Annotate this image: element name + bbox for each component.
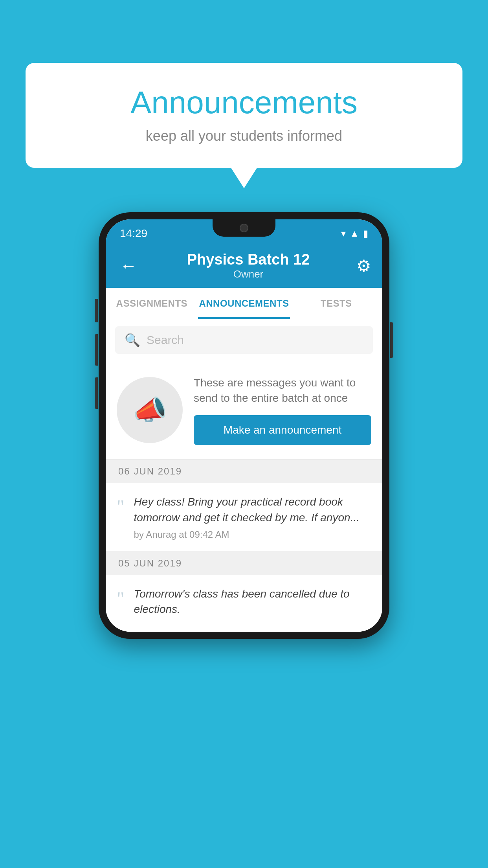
search-container: 🔍 Search xyxy=(106,319,382,361)
bubble-subtitle: keep all your students informed xyxy=(49,128,439,144)
bubble-title: Announcements xyxy=(49,85,439,121)
back-button[interactable]: ← xyxy=(117,253,140,279)
promo-right: These are messages you want to send to t… xyxy=(194,375,371,445)
phone-screen: 14:29 ▾ ▲ ▮ ← Physics Batch 12 Owner ⚙ xyxy=(106,219,382,632)
search-icon: 🔍 xyxy=(125,333,140,348)
side-button-left-2 xyxy=(95,334,98,366)
tab-announcements[interactable]: ANNOUNCEMENTS xyxy=(198,288,290,319)
quote-icon-1: " xyxy=(117,497,125,516)
make-announcement-button[interactable]: Make an announcement xyxy=(194,415,371,445)
megaphone-circle: 📣 xyxy=(117,377,183,443)
date-separator-2: 05 JUN 2019 xyxy=(106,552,382,575)
settings-icon[interactable]: ⚙ xyxy=(356,256,371,276)
battery-icon: ▮ xyxy=(363,228,368,239)
side-button-left-3 xyxy=(95,377,98,409)
phone-mockup: 14:29 ▾ ▲ ▮ ← Physics Batch 12 Owner ⚙ xyxy=(99,212,389,639)
promo-area: 📣 These are messages you want to send to… xyxy=(106,361,382,460)
announcement-item-1: " Hey class! Bring your practical record… xyxy=(106,483,382,551)
announcement-item-2: " Tomorrow's class has been cancelled du… xyxy=(106,575,382,632)
announcement-text-2: Tomorrow's class has been cancelled due … xyxy=(134,586,371,617)
app-bar-title: Physics Batch 12 Owner xyxy=(140,251,356,280)
announcement-text-1: Hey class! Bring your practical record b… xyxy=(134,494,371,525)
phone-notch xyxy=(213,219,275,237)
app-bar: ← Physics Batch 12 Owner ⚙ xyxy=(106,244,382,288)
side-button-right xyxy=(390,322,393,358)
announcement-meta-1: by Anurag at 09:42 AM xyxy=(134,529,371,540)
status-time: 14:29 xyxy=(120,227,147,240)
batch-role: Owner xyxy=(140,268,356,280)
tab-assignments[interactable]: ASSIGNMENTS xyxy=(106,288,198,319)
batch-name: Physics Batch 12 xyxy=(140,251,356,268)
announcement-content-1: Hey class! Bring your practical record b… xyxy=(134,494,371,540)
signal-icon: ▲ xyxy=(350,228,359,239)
date-separator-1: 06 JUN 2019 xyxy=(106,460,382,483)
speech-bubble: Announcements keep all your students inf… xyxy=(26,63,462,168)
megaphone-icon: 📣 xyxy=(133,394,167,426)
search-placeholder: Search xyxy=(147,333,184,347)
status-icons: ▾ ▲ ▮ xyxy=(341,228,368,239)
tabs-container: ASSIGNMENTS ANNOUNCEMENTS TESTS xyxy=(106,288,382,319)
speech-bubble-section: Announcements keep all your students inf… xyxy=(26,63,462,168)
search-bar[interactable]: 🔍 Search xyxy=(115,326,373,354)
quote-icon-2: " xyxy=(117,589,125,608)
side-button-left-1 xyxy=(95,299,98,322)
promo-description: These are messages you want to send to t… xyxy=(194,375,371,406)
announcement-content-2: Tomorrow's class has been cancelled due … xyxy=(134,586,371,621)
phone-camera xyxy=(240,224,248,232)
wifi-icon: ▾ xyxy=(341,228,346,239)
tab-tests[interactable]: TESTS xyxy=(290,288,382,319)
phone-outer: 14:29 ▾ ▲ ▮ ← Physics Batch 12 Owner ⚙ xyxy=(99,212,389,639)
